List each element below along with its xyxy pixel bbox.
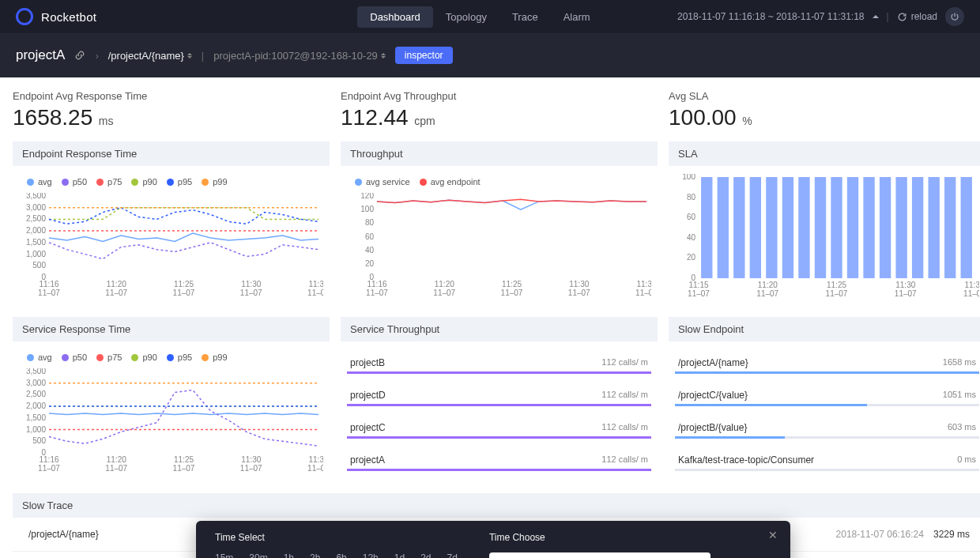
legend: avg p50 p75 p90 p95 p99 — [27, 353, 323, 362]
endpoint-name: /projectA/{name} — [678, 357, 748, 368]
caret-up-icon[interactable] — [873, 15, 879, 18]
card-service-throughput: Service Throughput projectB112 calls/ m … — [341, 317, 658, 482]
svg-text:1,000: 1,000 — [26, 425, 46, 434]
list-item[interactable]: /projectB/{value}603 ms — [675, 414, 979, 436]
svg-text:11–07: 11–07 — [756, 289, 778, 298]
legend-p95: p95 — [178, 177, 192, 187]
svg-text:20: 20 — [687, 253, 696, 262]
chart-endpoint-response: 05001,0001,5002,0002,5003,0003,50011:161… — [19, 193, 323, 300]
metric-value: 112.44 — [341, 105, 409, 130]
svg-text:60: 60 — [687, 213, 696, 221]
card-slow-endpoint: Slow Endpoint /projectA/{name}1658 ms /p… — [669, 317, 980, 482]
time-opt-12h[interactable]: 12h — [363, 552, 379, 558]
time-opt-7d[interactable]: 7d — [447, 552, 458, 558]
endpoint-name: Kafka/test-trace-topic/Consumer — [678, 454, 814, 466]
close-icon[interactable]: ✕ — [768, 529, 778, 541]
main-nav: Dashboard Topology Trace Alarm — [357, 6, 602, 28]
time-choose-heading: Time Choose — [489, 532, 710, 543]
svg-text:11–07: 11–07 — [240, 288, 262, 297]
svg-text:11:31: 11:31 — [964, 281, 979, 289]
time-opt-30m[interactable]: 30m — [249, 552, 267, 558]
svg-text:11–07: 11–07 — [895, 289, 917, 298]
svg-text:500: 500 — [32, 436, 46, 445]
endpoint-selector[interactable]: /projectA/{name} — [108, 50, 192, 62]
list-item[interactable]: Kafka/test-trace-topic/Consumer0 ms — [675, 447, 979, 469]
metric-unit: % — [742, 115, 752, 127]
trace-time: 2018-11-07 06:16:24 — [836, 529, 924, 540]
svg-text:2,000: 2,000 — [26, 226, 46, 235]
svg-text:11:31: 11:31 — [636, 280, 651, 288]
chart-throughput: 02040608010012011:1611–0711:2011–0711:25… — [347, 193, 651, 300]
svg-text:100: 100 — [360, 205, 374, 213]
list-item[interactable]: projectB112 calls/ m — [347, 349, 651, 371]
sort-icon — [381, 53, 386, 58]
svg-text:11–07: 11–07 — [826, 289, 848, 298]
svg-text:3,500: 3,500 — [26, 193, 46, 200]
list-item[interactable]: projectD112 calls/ m — [347, 382, 651, 404]
svg-text:500: 500 — [32, 261, 46, 270]
time-opt-2d[interactable]: 2d — [420, 552, 431, 558]
card-title: Service Throughput — [341, 317, 658, 341]
card-title: Endpoint Response Time — [13, 141, 330, 166]
svg-text:40: 40 — [365, 246, 375, 254]
nav-dashboard[interactable]: Dashboard — [357, 6, 433, 28]
legend-p75: p75 — [107, 353, 122, 362]
dashboard-grid: Endpoint Avg Response Time 1658.25 ms En… — [0, 77, 980, 558]
time-opt-6h[interactable]: 6h — [336, 552, 346, 558]
list-item[interactable]: /projectC/{value}1051 ms — [675, 382, 979, 404]
svg-rect-46 — [782, 177, 793, 278]
list-item[interactable]: projectA112 calls/ m — [347, 447, 651, 469]
time-opt-1d[interactable]: 1d — [394, 552, 405, 558]
nav-trace[interactable]: Trace — [499, 6, 551, 28]
power-button[interactable] — [945, 7, 964, 26]
svg-text:11:30: 11:30 — [241, 280, 261, 288]
card-service-response: Service Response Time avg p50 p75 p90 p9… — [13, 317, 330, 482]
svg-text:11–07: 11–07 — [307, 288, 323, 297]
svg-text:11:16: 11:16 — [39, 280, 58, 288]
trace-ms: 3229 ms — [933, 529, 970, 540]
time-opt-15m[interactable]: 15m — [215, 552, 233, 558]
list-item[interactable]: projectC112 calls/ m — [347, 414, 651, 436]
list-item[interactable]: /projectA/{name}1658 ms — [675, 349, 979, 371]
reload-icon — [897, 12, 907, 22]
ms-value: 1051 ms — [943, 390, 976, 401]
chevron-right-icon: › — [95, 50, 98, 62]
legend-avg: avg — [38, 353, 52, 362]
trace-name: /projectA/{name} — [28, 529, 99, 540]
svg-rect-41 — [701, 177, 712, 278]
card-endpoint-response: Endpoint Response Time avg p50 p75 p90 p… — [13, 141, 330, 306]
card-title: Throughput — [341, 141, 658, 166]
svg-text:11–07: 11–07 — [568, 288, 590, 297]
metric-unit: ms — [99, 115, 114, 127]
svg-rect-43 — [733, 177, 744, 278]
svg-text:100: 100 — [682, 174, 695, 181]
metric-value: 100.00 — [669, 105, 737, 130]
svg-rect-45 — [766, 177, 777, 278]
legend-p50: p50 — [73, 177, 87, 187]
svg-rect-51 — [863, 177, 874, 278]
svg-text:11:30: 11:30 — [895, 281, 915, 289]
svg-text:11:16: 11:16 — [39, 455, 58, 464]
legend: avg service avg endpoint — [355, 177, 651, 187]
inspector-button[interactable]: inspector — [395, 47, 453, 64]
nav-topology[interactable]: Topology — [433, 6, 499, 28]
metric-unit: cpm — [414, 115, 435, 127]
time-opt-2h[interactable]: 2h — [310, 552, 320, 558]
ms-value: 603 ms — [948, 422, 976, 433]
time-range-display[interactable]: 2018-11-07 11:16:18 ~ 2018-11-07 11:31:1… — [677, 11, 865, 22]
time-opt-1h[interactable]: 1h — [284, 552, 294, 558]
svg-text:11–07: 11–07 — [105, 464, 127, 473]
svg-rect-49 — [831, 177, 842, 278]
svg-text:11:16: 11:16 — [367, 280, 386, 288]
svg-text:11–07: 11–07 — [38, 464, 60, 473]
svg-text:11:30: 11:30 — [241, 455, 261, 464]
svg-text:11–07: 11–07 — [963, 289, 979, 298]
reload-button[interactable]: reload — [897, 11, 937, 22]
chart-service-response: 05001,0001,5002,0002,5003,0003,50011:161… — [19, 368, 323, 475]
svg-text:1,500: 1,500 — [26, 413, 46, 422]
instance-selector[interactable]: projectA-pid:10072@192-168-10-29 — [213, 50, 386, 62]
nav-alarm[interactable]: Alarm — [551, 6, 603, 28]
time-range-input[interactable]: 2018-11-07 11:16:18 ~ 2018-11-07 11:31:1… — [489, 552, 710, 558]
legend-p50: p50 — [73, 353, 87, 362]
svg-text:11–07: 11–07 — [433, 288, 455, 297]
